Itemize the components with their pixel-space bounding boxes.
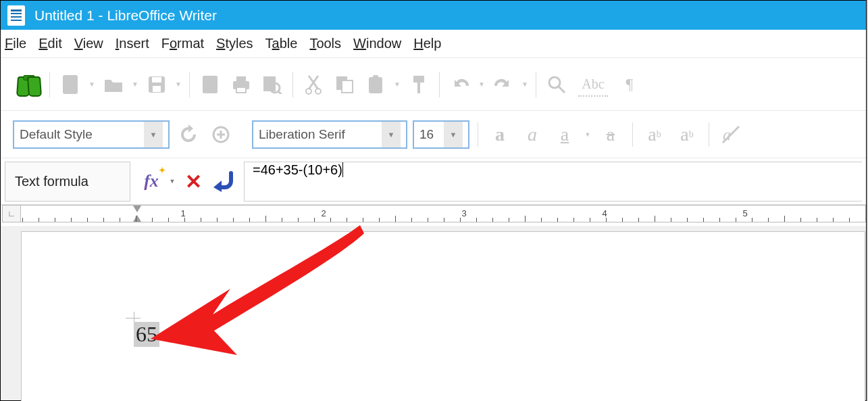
svg-rect-17 <box>342 80 353 93</box>
formula-input[interactable]: =46+35-(10+6) <box>244 162 862 202</box>
menu-table[interactable]: Table <box>265 36 298 51</box>
export-pdf-icon[interactable] <box>197 71 224 98</box>
ruler-mark: 3 <box>461 208 466 218</box>
svg-rect-10 <box>236 87 246 93</box>
new-dropdown-icon[interactable]: ▼ <box>88 80 96 88</box>
formula-cancel-icon[interactable]: ✕ <box>180 168 206 194</box>
strikethrough-icon[interactable]: a <box>597 121 624 148</box>
cut-icon[interactable] <box>300 71 327 98</box>
subscript-icon[interactable]: ab <box>673 121 700 148</box>
formula-apply-icon[interactable] <box>210 168 236 194</box>
separator <box>536 72 536 97</box>
separator <box>189 72 190 97</box>
chevron-down-icon[interactable]: ▼ <box>382 122 401 147</box>
ruler-corner: ∟ <box>2 205 21 222</box>
undo-icon[interactable] <box>446 71 474 98</box>
svg-rect-19 <box>373 75 378 79</box>
underline-dropdown-icon[interactable]: ▼ <box>584 131 592 138</box>
application-window: Untitled 1 - LibreOffice Writer File Edi… <box>0 0 867 401</box>
paste-icon[interactable] <box>362 71 389 98</box>
paragraph-style-combo[interactable]: Default Style ▼ <box>13 120 170 149</box>
formula-bar: Text formula fx ▼ ✕ =46+35-(10+6) <box>1 158 866 205</box>
svg-line-13 <box>278 91 282 94</box>
italic-icon[interactable]: a <box>519 121 546 148</box>
chevron-down-icon[interactable]: ▼ <box>144 122 163 147</box>
redo-dropdown-icon[interactable]: ▼ <box>521 80 529 88</box>
standard-toolbar: ▼ ▼ ▼ ▼ <box>1 58 866 111</box>
paragraph-style-value: Default Style <box>20 127 93 142</box>
font-name-combo[interactable]: Liberation Serif ▼ <box>252 120 407 149</box>
redo-icon[interactable] <box>490 71 517 98</box>
document-page[interactable]: 65 <box>21 231 865 401</box>
title-bar[interactable]: Untitled 1 - LibreOffice Writer <box>1 1 866 30</box>
ruler-mark: 4 <box>602 208 607 218</box>
svg-rect-0 <box>63 76 77 93</box>
document-area[interactable]: 65 <box>1 226 866 400</box>
svg-rect-21 <box>417 82 420 93</box>
svg-rect-5 <box>152 77 161 82</box>
bold-icon[interactable]: a <box>486 121 513 148</box>
formula-name-label: Text formula <box>15 174 88 189</box>
separator <box>478 122 478 147</box>
new-style-icon[interactable] <box>207 121 234 148</box>
spellcheck-icon[interactable]: Abc <box>574 71 612 98</box>
save-icon[interactable] <box>143 71 170 98</box>
svg-rect-1 <box>66 80 74 81</box>
paste-dropdown-icon[interactable]: ▼ <box>393 80 401 88</box>
save-dropdown-icon[interactable]: ▼ <box>174 80 182 88</box>
update-style-icon[interactable] <box>175 121 202 148</box>
menu-insert[interactable]: Insert <box>116 36 149 51</box>
svg-line-23 <box>559 87 565 93</box>
ruler-mark: 2 <box>321 208 326 218</box>
horizontal-ruler[interactable]: 12345 <box>21 205 866 222</box>
svg-rect-2 <box>66 82 74 84</box>
print-preview-icon[interactable] <box>259 71 286 98</box>
font-name-value: Liberation Serif <box>259 127 345 142</box>
menu-help[interactable]: Help <box>413 36 441 51</box>
ruler-row: ∟ 12345 <box>1 205 866 225</box>
separator <box>632 122 633 147</box>
print-icon[interactable] <box>228 71 255 98</box>
new-document-icon[interactable] <box>57 71 84 98</box>
formula-dropdown-icon[interactable]: ▼ <box>168 178 176 185</box>
open-icon[interactable] <box>100 71 127 98</box>
menu-view[interactable]: View <box>74 36 103 51</box>
svg-rect-7 <box>203 76 218 93</box>
font-size-combo[interactable]: 16 ▼ <box>413 120 469 149</box>
formatting-toolbar: Default Style ▼ Liberation Serif ▼ 16 ▼ … <box>1 111 866 158</box>
menu-format[interactable]: Format <box>161 36 204 51</box>
svg-point-15 <box>315 89 321 94</box>
find-replace-icon[interactable] <box>543 71 570 98</box>
menu-styles[interactable]: Styles <box>216 36 253 51</box>
formula-result-field[interactable]: 65 <box>134 322 159 347</box>
menu-tools[interactable]: Tools <box>309 36 341 51</box>
svg-rect-20 <box>413 76 424 82</box>
clear-formatting-icon[interactable]: a <box>717 121 744 148</box>
clone-formatting-icon[interactable] <box>405 71 432 98</box>
formula-name-box[interactable]: Text formula <box>5 162 130 202</box>
formatting-marks-icon[interactable]: ¶ <box>616 71 643 98</box>
svg-rect-9 <box>236 76 246 82</box>
ruler-mark: 5 <box>742 208 747 218</box>
document-icon <box>7 5 25 26</box>
undo-dropdown-icon[interactable]: ▼ <box>478 80 486 88</box>
font-size-value: 16 <box>419 127 434 142</box>
underline-icon[interactable]: a <box>551 121 578 148</box>
ruler-mark: 1 <box>180 208 185 218</box>
formula-input-value: =46+35-(10+6) <box>253 162 342 177</box>
menu-bar: File Edit View Insert Format Styles Tabl… <box>1 30 866 58</box>
chevron-down-icon[interactable]: ▼ <box>444 122 463 147</box>
text-cursor <box>342 162 347 177</box>
menu-window[interactable]: Window <box>353 36 401 51</box>
copy-icon[interactable] <box>331 71 358 98</box>
open-dropdown-icon[interactable]: ▼ <box>131 80 139 88</box>
menu-edit[interactable]: Edit <box>39 36 61 51</box>
formula-function-icon[interactable]: fx <box>138 168 164 194</box>
find-icon[interactable] <box>16 71 43 98</box>
superscript-icon[interactable]: ab <box>641 121 668 148</box>
menu-file[interactable]: File <box>5 36 26 51</box>
separator <box>49 72 50 97</box>
svg-rect-3 <box>66 85 74 87</box>
separator <box>439 72 440 97</box>
separator <box>709 122 709 147</box>
